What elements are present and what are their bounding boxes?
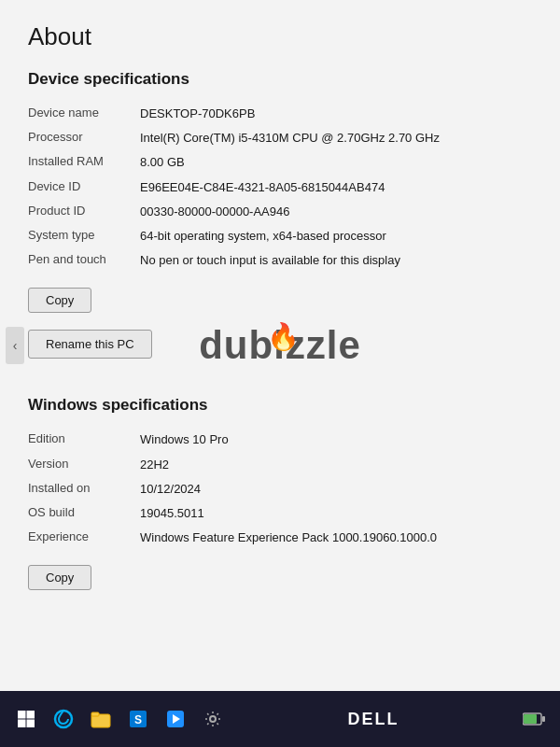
spec-value: Windows 10 Pro bbox=[140, 428, 532, 452]
start-button[interactable] bbox=[11, 704, 41, 734]
windows-spec-row: OS build 19045.5011 bbox=[28, 501, 532, 526]
system-tray[interactable] bbox=[519, 704, 549, 734]
taskbar-right bbox=[519, 704, 549, 734]
settings-content: About Device specifications Device name … bbox=[0, 0, 560, 691]
device-spec-row: Processor Intel(R) Core(TM) i5-4310M CPU… bbox=[28, 126, 532, 150]
taskbar: S DELL bbox=[0, 691, 560, 747]
svg-rect-6 bbox=[91, 712, 99, 716]
svg-point-4 bbox=[55, 711, 72, 727]
spec-value: 64-bit operating system, x64-based proce… bbox=[140, 224, 532, 248]
windows-specs-title: Windows specifications bbox=[28, 396, 532, 415]
spec-label: Device ID bbox=[28, 176, 140, 200]
spec-label: Device name bbox=[28, 102, 140, 126]
device-spec-row: Product ID 00330-80000-00000-AA946 bbox=[28, 200, 532, 224]
spec-value: E96EE04E-C84E-4321-8A05-6815044AB474 bbox=[140, 176, 532, 200]
settings-taskbar-button[interactable] bbox=[198, 704, 228, 734]
store-button[interactable]: S bbox=[123, 704, 153, 734]
device-spec-row: Device name DESKTOP-70DK6PB bbox=[28, 102, 532, 126]
spec-value: DESKTOP-70DK6PB bbox=[140, 102, 532, 126]
media-button[interactable] bbox=[161, 704, 190, 734]
dell-logo: DELL bbox=[228, 710, 519, 729]
svg-rect-3 bbox=[27, 720, 35, 728]
copy-windows-specs-button[interactable]: Copy bbox=[28, 565, 91, 590]
spec-value: Intel(R) Core(TM) i5-4310M CPU @ 2.70GHz… bbox=[140, 126, 532, 150]
svg-text:S: S bbox=[134, 713, 142, 726]
edge-button[interactable] bbox=[49, 704, 78, 734]
page-title: About bbox=[28, 22, 532, 51]
spec-label: Installed RAM bbox=[28, 150, 140, 175]
spec-value: 22H2 bbox=[140, 453, 532, 477]
taskbar-left: S bbox=[11, 704, 228, 734]
rename-pc-button[interactable]: Rename this PC bbox=[28, 330, 152, 359]
spec-label: Pen and touch bbox=[28, 248, 140, 273]
windows-specs-table: Edition Windows 10 Pro Version 22H2 Inst… bbox=[28, 428, 532, 550]
spec-value: 00330-80000-00000-AA946 bbox=[140, 200, 532, 224]
spec-label: System type bbox=[28, 224, 140, 248]
spec-label: OS build bbox=[28, 501, 140, 526]
svg-point-11 bbox=[210, 716, 216, 722]
svg-rect-13 bbox=[524, 714, 537, 724]
windows-spec-row: Edition Windows 10 Pro bbox=[28, 428, 532, 452]
file-explorer-button[interactable] bbox=[86, 704, 116, 734]
spec-value: 19045.5011 bbox=[140, 501, 532, 526]
spec-label: Edition bbox=[28, 428, 140, 452]
device-spec-row: Pen and touch No pen or touch input is a… bbox=[28, 248, 532, 273]
device-specs-table: Device name DESKTOP-70DK6PB Processor In… bbox=[28, 102, 532, 273]
device-spec-row: Device ID E96EE04E-C84E-4321-8A05-681504… bbox=[28, 176, 532, 200]
spec-label: Experience bbox=[28, 526, 140, 550]
spec-label: Processor bbox=[28, 126, 140, 150]
windows-spec-row: Experience Windows Feature Experience Pa… bbox=[28, 526, 532, 550]
svg-rect-1 bbox=[27, 711, 35, 719]
spec-value: 8.00 GB bbox=[140, 150, 532, 175]
spec-value: No pen or touch input is available for t… bbox=[140, 248, 532, 273]
spec-value: Windows Feature Experience Pack 1000.190… bbox=[140, 526, 532, 550]
svg-rect-14 bbox=[542, 716, 545, 722]
copy-device-specs-button[interactable]: Copy bbox=[28, 288, 91, 313]
spec-label: Version bbox=[28, 453, 140, 477]
svg-rect-0 bbox=[18, 711, 26, 719]
windows-spec-row: Installed on 10/12/2024 bbox=[28, 477, 532, 501]
windows-spec-row: Version 22H2 bbox=[28, 453, 532, 477]
device-specs-title: Device specifications bbox=[28, 70, 532, 89]
spec-label: Product ID bbox=[28, 200, 140, 224]
spec-value: 10/12/2024 bbox=[140, 477, 532, 501]
spec-label: Installed on bbox=[28, 477, 140, 501]
back-nav-arrow[interactable]: ‹ bbox=[6, 327, 24, 364]
device-spec-row: System type 64-bit operating system, x64… bbox=[28, 224, 532, 248]
device-spec-row: Installed RAM 8.00 GB bbox=[28, 150, 532, 175]
svg-rect-2 bbox=[18, 720, 26, 728]
